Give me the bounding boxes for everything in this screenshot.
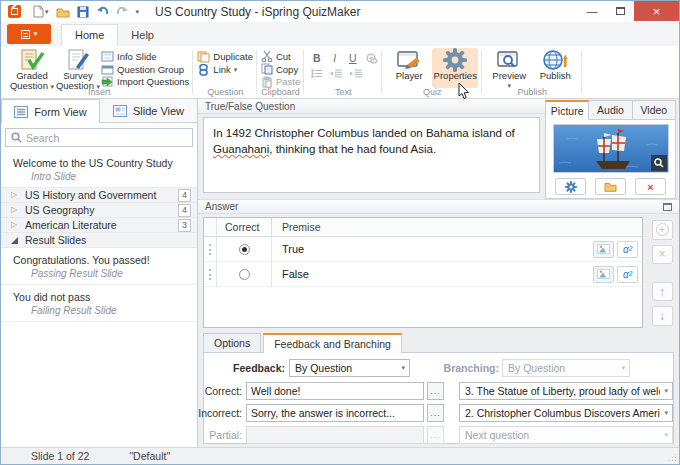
bold-button[interactable]: B	[311, 52, 322, 64]
search-icon	[11, 132, 22, 143]
question-text-editor[interactable]: In 1492 Christopher Columbus landed on B…	[203, 117, 540, 193]
tab-feedback-branching[interactable]: Feedback and Branching	[263, 333, 402, 353]
underline-button[interactable]: U	[347, 52, 358, 64]
tab-picture[interactable]: Picture	[545, 100, 589, 120]
question-group-button[interactable]: Question Group	[101, 63, 189, 76]
row-image-button[interactable]	[593, 266, 614, 283]
tab-help[interactable]: Help	[118, 25, 167, 46]
group-us-geography[interactable]: ▷ US Geography 4	[1, 203, 197, 218]
incorrect-feedback-browse-button[interactable]: ...	[427, 404, 444, 422]
tab-video[interactable]: Video	[633, 100, 676, 120]
picture-browse-button[interactable]	[595, 178, 626, 195]
publish-button[interactable]: Publish	[532, 48, 578, 88]
slide-item-failing-result[interactable]: You did not pass Failing Result Slide	[1, 285, 197, 322]
bullet-list-button[interactable]	[311, 69, 323, 78]
correct-radio-false[interactable]	[239, 269, 250, 280]
app-menu-icon	[21, 30, 30, 39]
picture-thumbnail	[553, 124, 669, 173]
application-menu-button[interactable]: ▾	[7, 24, 51, 44]
correct-feedback-browse-button[interactable]: ...	[427, 382, 444, 400]
hyperlink-button[interactable]	[365, 53, 378, 64]
tab-home[interactable]: Home	[61, 24, 118, 46]
slide-item-intro[interactable]: Welcome to the US Country Study Intro Sl…	[1, 151, 197, 188]
drag-handle[interactable]	[204, 237, 217, 261]
graded-question-button[interactable]: Graded Question ▾	[9, 48, 55, 88]
increase-indent-button[interactable]	[350, 69, 363, 78]
correct-feedback-input[interactable]	[246, 382, 424, 400]
row-equation-button[interactable]: α²	[617, 241, 638, 258]
partial-feedback-browse-button: ...	[427, 426, 444, 444]
sidebar-tabs: Form View Slide View	[1, 99, 197, 123]
partial-branch-dropdown: Next question▾	[459, 426, 673, 444]
search-input[interactable]	[26, 132, 187, 144]
answer-row-true[interactable]: True α²	[204, 237, 642, 262]
tab-audio[interactable]: Audio	[589, 100, 632, 120]
slide-view-icon	[113, 105, 127, 117]
expand-answer-icon[interactable]	[663, 203, 672, 211]
italic-button[interactable]: I	[329, 52, 340, 64]
tree-collapsed-icon: ▷	[11, 191, 19, 199]
feedback-mode-dropdown[interactable]: By Question▾	[289, 359, 410, 377]
decrease-indent-button[interactable]	[330, 69, 343, 78]
picture-delete-button[interactable]: ×	[635, 178, 666, 195]
media-panel: Picture Audio Video	[545, 99, 679, 199]
add-answer-button[interactable]: +	[652, 220, 673, 240]
player-button[interactable]: Player	[386, 48, 432, 88]
minimize-button[interactable]: —	[578, 1, 606, 21]
slide-item-passing-result[interactable]: Congratulations. You passed! Passing Res…	[1, 248, 197, 285]
link-button[interactable]: Link ▾	[197, 63, 253, 76]
group-result-slides[interactable]: Result Slides	[1, 233, 197, 248]
correct-radio-true[interactable]	[239, 244, 250, 255]
count-badge: 3	[178, 219, 191, 232]
new-document-icon	[33, 5, 44, 18]
delete-answer-button[interactable]: ×	[652, 245, 673, 265]
zoom-picture-button[interactable]	[651, 155, 667, 171]
tab-options[interactable]: Options	[203, 333, 261, 352]
move-up-button[interactable]: ↑	[652, 282, 673, 302]
picture-settings-button[interactable]	[555, 178, 586, 195]
maximize-button[interactable]	[606, 1, 634, 21]
copy-button[interactable]: Copy	[261, 63, 300, 76]
tab-form-view[interactable]: Form View	[1, 99, 100, 123]
properties-button[interactable]: Properties	[432, 48, 478, 88]
close-button[interactable]: ×	[634, 1, 679, 21]
cut-button[interactable]: Cut	[261, 50, 300, 63]
group-american-literature[interactable]: ▷ American Literature 3	[1, 218, 197, 233]
row-image-button[interactable]	[593, 241, 614, 258]
qat-more-button[interactable]: ▾	[136, 8, 140, 16]
count-badge: 4	[178, 204, 191, 217]
incorrect-feedback-input[interactable]	[246, 404, 424, 422]
undo-button[interactable]	[96, 6, 109, 17]
row-equation-button[interactable]: α²	[617, 266, 638, 283]
incorrect-branch-dropdown[interactable]: 2. Christopher Columbus Discovers Americ…	[459, 404, 673, 422]
chevron-down-icon: ▾	[621, 364, 625, 372]
window-controls: — ×	[578, 1, 679, 21]
answer-row-false[interactable]: False α²	[204, 262, 642, 287]
preview-button[interactable]: Preview ▾	[486, 48, 532, 88]
duplicate-button[interactable]: Duplicate	[197, 50, 253, 63]
partial-feedback-label: Partial:	[204, 426, 242, 444]
correct-branch-dropdown[interactable]: 3. The Statue of Liberty, proud lady of …	[459, 382, 673, 400]
maximize-icon	[616, 7, 625, 15]
app-window: ▾ ▾ US Country Study - iSpring QuizMaker…	[0, 0, 680, 465]
move-down-button[interactable]: ↓	[652, 306, 673, 326]
properties-gear-icon	[442, 49, 468, 71]
feedback-label: Feedback:	[204, 359, 285, 377]
slide-counter: Slide 1 of 22	[31, 450, 89, 462]
new-document-button[interactable]: ▾	[33, 5, 49, 18]
group-us-history[interactable]: ▷ US History and Government 4	[1, 188, 197, 203]
open-button[interactable]	[56, 6, 70, 18]
drag-handle[interactable]	[204, 262, 217, 286]
save-button[interactable]	[77, 6, 89, 18]
group-label-insert: Insert	[5, 87, 193, 97]
tab-slide-view[interactable]: Slide View	[100, 99, 197, 123]
info-slide-button[interactable]: Info Slide	[101, 50, 189, 63]
redo-button[interactable]	[116, 6, 129, 17]
resize-grip[interactable]	[668, 453, 677, 462]
survey-question-button[interactable]: Survey Question ▾	[55, 48, 101, 88]
arrow-up-icon: ↑	[659, 285, 665, 299]
redo-icon	[116, 6, 129, 17]
picture-panel: ×	[545, 120, 676, 199]
branching-mode-dropdown[interactable]: By Question▾	[502, 359, 630, 377]
group-clipboard: Cut Copy Paste Clipboard	[257, 46, 304, 98]
